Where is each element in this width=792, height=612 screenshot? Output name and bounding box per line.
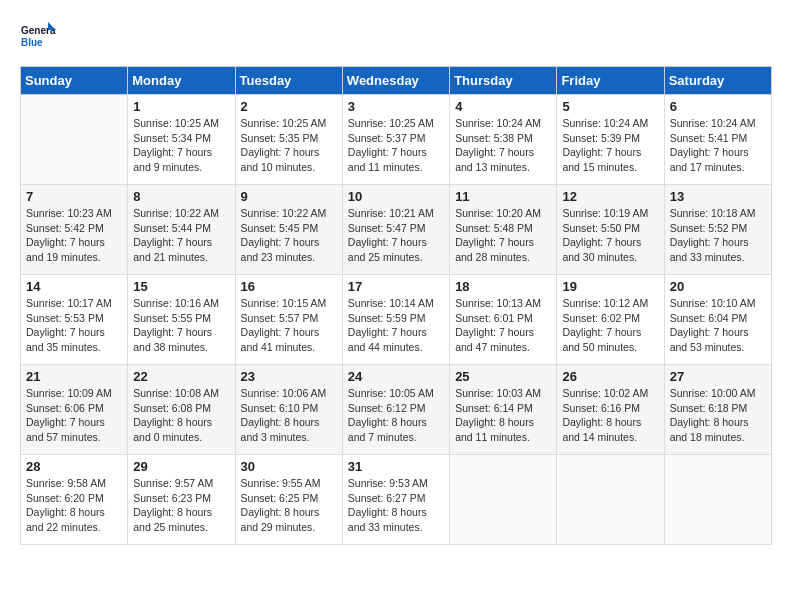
day-number: 12 [562, 189, 658, 204]
day-info: Sunrise: 10:20 AM Sunset: 5:48 PM Daylig… [455, 206, 551, 265]
day-info: Sunrise: 9:55 AM Sunset: 6:25 PM Dayligh… [241, 476, 337, 535]
day-info: Sunrise: 10:22 AM Sunset: 5:45 PM Daylig… [241, 206, 337, 265]
day-info: Sunrise: 10:24 AM Sunset: 5:41 PM Daylig… [670, 116, 766, 175]
day-info: Sunrise: 10:13 AM Sunset: 6:01 PM Daylig… [455, 296, 551, 355]
day-number: 23 [241, 369, 337, 384]
day-number: 27 [670, 369, 766, 384]
calendar-cell: 10Sunrise: 10:21 AM Sunset: 5:47 PM Dayl… [342, 185, 449, 275]
header-day-wednesday: Wednesday [342, 67, 449, 95]
calendar-cell: 19Sunrise: 10:12 AM Sunset: 6:02 PM Dayl… [557, 275, 664, 365]
day-number: 13 [670, 189, 766, 204]
day-number: 9 [241, 189, 337, 204]
calendar-cell: 31Sunrise: 9:53 AM Sunset: 6:27 PM Dayli… [342, 455, 449, 545]
calendar-cell [21, 95, 128, 185]
day-info: Sunrise: 10:09 AM Sunset: 6:06 PM Daylig… [26, 386, 122, 445]
calendar-cell: 21Sunrise: 10:09 AM Sunset: 6:06 PM Dayl… [21, 365, 128, 455]
day-info: Sunrise: 10:12 AM Sunset: 6:02 PM Daylig… [562, 296, 658, 355]
day-number: 11 [455, 189, 551, 204]
day-number: 10 [348, 189, 444, 204]
day-info: Sunrise: 10:02 AM Sunset: 6:16 PM Daylig… [562, 386, 658, 445]
calendar-cell: 29Sunrise: 9:57 AM Sunset: 6:23 PM Dayli… [128, 455, 235, 545]
day-info: Sunrise: 10:25 AM Sunset: 5:34 PM Daylig… [133, 116, 229, 175]
calendar-week-row: 21Sunrise: 10:09 AM Sunset: 6:06 PM Dayl… [21, 365, 772, 455]
day-number: 30 [241, 459, 337, 474]
header-day-monday: Monday [128, 67, 235, 95]
calendar-week-row: 28Sunrise: 9:58 AM Sunset: 6:20 PM Dayli… [21, 455, 772, 545]
day-info: Sunrise: 10:23 AM Sunset: 5:42 PM Daylig… [26, 206, 122, 265]
day-info: Sunrise: 10:06 AM Sunset: 6:10 PM Daylig… [241, 386, 337, 445]
calendar-cell: 18Sunrise: 10:13 AM Sunset: 6:01 PM Dayl… [450, 275, 557, 365]
day-number: 4 [455, 99, 551, 114]
calendar-cell: 24Sunrise: 10:05 AM Sunset: 6:12 PM Dayl… [342, 365, 449, 455]
day-number: 3 [348, 99, 444, 114]
calendar-cell: 3Sunrise: 10:25 AM Sunset: 5:37 PM Dayli… [342, 95, 449, 185]
day-info: Sunrise: 10:25 AM Sunset: 5:35 PM Daylig… [241, 116, 337, 175]
calendar-week-row: 7Sunrise: 10:23 AM Sunset: 5:42 PM Dayli… [21, 185, 772, 275]
day-number: 29 [133, 459, 229, 474]
header-day-thursday: Thursday [450, 67, 557, 95]
day-info: Sunrise: 10:17 AM Sunset: 5:53 PM Daylig… [26, 296, 122, 355]
calendar-cell: 16Sunrise: 10:15 AM Sunset: 5:57 PM Dayl… [235, 275, 342, 365]
calendar-week-row: 1Sunrise: 10:25 AM Sunset: 5:34 PM Dayli… [21, 95, 772, 185]
day-number: 28 [26, 459, 122, 474]
day-number: 2 [241, 99, 337, 114]
day-info: Sunrise: 10:10 AM Sunset: 6:04 PM Daylig… [670, 296, 766, 355]
day-number: 16 [241, 279, 337, 294]
day-number: 18 [455, 279, 551, 294]
day-info: Sunrise: 10:22 AM Sunset: 5:44 PM Daylig… [133, 206, 229, 265]
day-number: 5 [562, 99, 658, 114]
calendar-cell: 23Sunrise: 10:06 AM Sunset: 6:10 PM Dayl… [235, 365, 342, 455]
calendar-cell: 7Sunrise: 10:23 AM Sunset: 5:42 PM Dayli… [21, 185, 128, 275]
day-number: 21 [26, 369, 122, 384]
day-info: Sunrise: 10:14 AM Sunset: 5:59 PM Daylig… [348, 296, 444, 355]
page-header: General Blue [20, 20, 772, 56]
calendar-cell: 9Sunrise: 10:22 AM Sunset: 5:45 PM Dayli… [235, 185, 342, 275]
day-info: Sunrise: 10:05 AM Sunset: 6:12 PM Daylig… [348, 386, 444, 445]
day-info: Sunrise: 10:19 AM Sunset: 5:50 PM Daylig… [562, 206, 658, 265]
calendar-cell: 28Sunrise: 9:58 AM Sunset: 6:20 PM Dayli… [21, 455, 128, 545]
day-info: Sunrise: 10:24 AM Sunset: 5:39 PM Daylig… [562, 116, 658, 175]
day-number: 26 [562, 369, 658, 384]
calendar-cell: 22Sunrise: 10:08 AM Sunset: 6:08 PM Dayl… [128, 365, 235, 455]
day-info: Sunrise: 10:15 AM Sunset: 5:57 PM Daylig… [241, 296, 337, 355]
day-info: Sunrise: 10:25 AM Sunset: 5:37 PM Daylig… [348, 116, 444, 175]
calendar-cell: 5Sunrise: 10:24 AM Sunset: 5:39 PM Dayli… [557, 95, 664, 185]
day-info: Sunrise: 10:24 AM Sunset: 5:38 PM Daylig… [455, 116, 551, 175]
calendar-table: SundayMondayTuesdayWednesdayThursdayFrid… [20, 66, 772, 545]
header-day-sunday: Sunday [21, 67, 128, 95]
day-number: 19 [562, 279, 658, 294]
calendar-cell: 12Sunrise: 10:19 AM Sunset: 5:50 PM Dayl… [557, 185, 664, 275]
day-number: 7 [26, 189, 122, 204]
day-info: Sunrise: 10:18 AM Sunset: 5:52 PM Daylig… [670, 206, 766, 265]
day-number: 14 [26, 279, 122, 294]
header-day-saturday: Saturday [664, 67, 771, 95]
day-number: 8 [133, 189, 229, 204]
calendar-cell: 25Sunrise: 10:03 AM Sunset: 6:14 PM Dayl… [450, 365, 557, 455]
calendar-cell: 6Sunrise: 10:24 AM Sunset: 5:41 PM Dayli… [664, 95, 771, 185]
calendar-cell: 4Sunrise: 10:24 AM Sunset: 5:38 PM Dayli… [450, 95, 557, 185]
day-info: Sunrise: 10:21 AM Sunset: 5:47 PM Daylig… [348, 206, 444, 265]
calendar-cell: 8Sunrise: 10:22 AM Sunset: 5:44 PM Dayli… [128, 185, 235, 275]
calendar-cell [664, 455, 771, 545]
calendar-cell [450, 455, 557, 545]
day-info: Sunrise: 9:58 AM Sunset: 6:20 PM Dayligh… [26, 476, 122, 535]
calendar-cell: 27Sunrise: 10:00 AM Sunset: 6:18 PM Dayl… [664, 365, 771, 455]
logo: General Blue [20, 20, 56, 56]
calendar-cell [557, 455, 664, 545]
calendar-cell: 20Sunrise: 10:10 AM Sunset: 6:04 PM Dayl… [664, 275, 771, 365]
day-info: Sunrise: 9:53 AM Sunset: 6:27 PM Dayligh… [348, 476, 444, 535]
header-day-friday: Friday [557, 67, 664, 95]
calendar-cell: 2Sunrise: 10:25 AM Sunset: 5:35 PM Dayli… [235, 95, 342, 185]
day-number: 15 [133, 279, 229, 294]
calendar-cell: 26Sunrise: 10:02 AM Sunset: 6:16 PM Dayl… [557, 365, 664, 455]
day-number: 22 [133, 369, 229, 384]
day-number: 17 [348, 279, 444, 294]
day-number: 31 [348, 459, 444, 474]
day-info: Sunrise: 10:03 AM Sunset: 6:14 PM Daylig… [455, 386, 551, 445]
calendar-cell: 1Sunrise: 10:25 AM Sunset: 5:34 PM Dayli… [128, 95, 235, 185]
day-info: Sunrise: 10:16 AM Sunset: 5:55 PM Daylig… [133, 296, 229, 355]
day-number: 25 [455, 369, 551, 384]
calendar-header-row: SundayMondayTuesdayWednesdayThursdayFrid… [21, 67, 772, 95]
day-info: Sunrise: 10:00 AM Sunset: 6:18 PM Daylig… [670, 386, 766, 445]
header-day-tuesday: Tuesday [235, 67, 342, 95]
